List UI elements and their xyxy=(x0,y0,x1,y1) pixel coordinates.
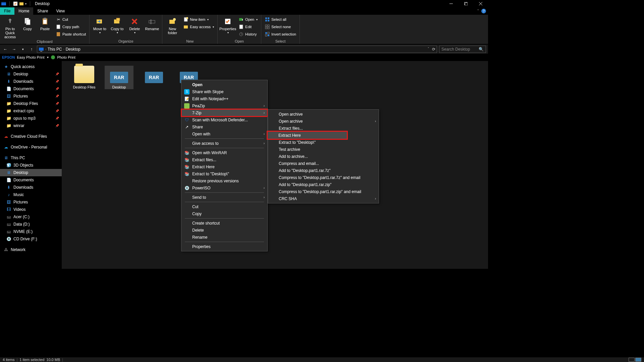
sidebar-item-documents[interactable]: 📄Documents📌 xyxy=(0,85,62,93)
ribbon-collapse-icon[interactable]: ˆ xyxy=(478,9,479,13)
sidebar-item-winrar[interactable]: 📁winrar📌 xyxy=(0,122,62,129)
maximize-button[interactable] xyxy=(459,0,473,7)
sidebar-item-acer-c[interactable]: 🖴Acer (C:) xyxy=(0,213,62,221)
back-button[interactable]: ← xyxy=(2,47,9,52)
pasteshortcut-button[interactable]: Paste shortcut xyxy=(54,31,87,38)
sidebar-item-desktop[interactable]: 🖥Desktop📌 xyxy=(0,70,62,78)
ctx-rename[interactable]: Rename xyxy=(181,234,267,241)
sidebar-item-desktopfiles[interactable]: 📁Desktop FIles📌 xyxy=(0,100,62,107)
paste-button[interactable]: Paste xyxy=(37,15,53,31)
epson-dropdown-icon[interactable]: ▼ xyxy=(46,56,49,59)
file-item-folder[interactable]: Desktop FIles xyxy=(70,66,99,89)
ctx-share[interactable]: ↗Share xyxy=(181,123,267,130)
sidebar-item-3dobjects[interactable]: 🧊3D Objects xyxy=(0,162,62,169)
sidebar-network[interactable]: 🖧Network xyxy=(0,246,62,253)
sidebar-quickaccess[interactable]: ★Quick access xyxy=(0,63,62,70)
ctx-restore[interactable]: Restore previous versions xyxy=(181,177,267,184)
ctx-createshortcut[interactable]: Create shortcut xyxy=(181,220,267,227)
ctx-cut[interactable]: Cut xyxy=(181,203,267,210)
help-icon[interactable]: ? xyxy=(481,9,486,13)
recent-dropdown[interactable]: ▾ xyxy=(19,48,26,51)
sidebar-item-downloads[interactable]: ⬇Downloads📌 xyxy=(0,78,62,85)
ctx-notepad[interactable]: 📝Edit with Notepad++ xyxy=(181,95,267,102)
ctx-openwith[interactable]: Open with› xyxy=(181,130,267,137)
ctx-extractto[interactable]: 📚Extract to "Desktop\" xyxy=(181,170,267,177)
sidebar-item-opusmp3[interactable]: 📁opus to mp3📌 xyxy=(0,115,62,122)
sub-test[interactable]: Test archive xyxy=(268,146,379,153)
sidebar-item-downloads-pc[interactable]: ⬇Downloads xyxy=(0,184,62,191)
sub-crc[interactable]: CRC SHA› xyxy=(268,195,379,202)
sidebar-item-extractcpio[interactable]: 📁extract cpio📌 xyxy=(0,107,62,115)
sidebar-item-videos[interactable]: 🎞Videos xyxy=(0,206,62,213)
sub-compress-7z[interactable]: Compress to "Desktop.part1.rar.7z" and e… xyxy=(268,174,379,181)
tab-view[interactable]: View xyxy=(52,7,69,15)
pin-quickaccess-button[interactable]: Pin to Quick access xyxy=(2,15,18,39)
sidebar-item-cddrive-f[interactable]: 💿CD Drive (F:) xyxy=(0,235,62,243)
sidebar-item-data-d[interactable]: 🖴Data (D:) xyxy=(0,221,62,228)
sidebar-item-pictures-pc[interactable]: 🖼Pictures xyxy=(0,198,62,206)
newfolder-button[interactable]: New folder xyxy=(164,15,180,35)
qat-newfolder-icon[interactable] xyxy=(19,1,24,6)
invertselection-button[interactable]: Invert selection xyxy=(263,31,298,38)
easyaccess-button[interactable]: Easy access▾ xyxy=(182,23,215,30)
rename-button[interactable]: Rename xyxy=(144,15,160,31)
delete-button[interactable]: Delete▾ xyxy=(126,15,143,35)
sidebar-item-documents-pc[interactable]: 📄Documents xyxy=(0,176,62,184)
ctx-poweriso[interactable]: 💿PowerISO› xyxy=(181,184,267,191)
minimize-button[interactable] xyxy=(444,0,459,7)
properties-button[interactable]: Properties▾ xyxy=(220,15,236,35)
sub-add-zip[interactable]: Add to "Desktop.part1.rar.zip" xyxy=(268,181,379,188)
ctx-extracthere[interactable]: 📚Extract Here xyxy=(181,163,267,170)
tab-home[interactable]: Home xyxy=(14,7,33,15)
breadcrumb-leaf[interactable]: Desktop xyxy=(66,47,80,52)
up-button[interactable]: ↑ xyxy=(28,47,35,52)
search-box[interactable]: Search Desktop 🔍 xyxy=(439,46,486,53)
sub-openarchive1[interactable]: Open archive xyxy=(268,111,379,118)
ctx-giveaccess[interactable]: Give access to› xyxy=(181,140,267,147)
ctx-7zip[interactable]: 7-Zip› xyxy=(181,109,267,116)
ctx-extractfiles[interactable]: 📚Extract files... xyxy=(181,156,267,163)
sub-extractfiles[interactable]: Extract files... xyxy=(268,125,379,132)
ctx-defender[interactable]: 🛡Scan with Microsoft Defender... xyxy=(181,116,267,123)
ctx-delete[interactable]: Delete xyxy=(181,227,267,234)
cut-button[interactable]: ✂Cut xyxy=(54,16,87,23)
moveto-button[interactable]: Move to▾ xyxy=(92,15,108,35)
newitem-button[interactable]: New item▾ xyxy=(182,16,215,23)
sidebar-thispc[interactable]: 🖥This PC xyxy=(0,154,62,162)
sidebar-creative[interactable]: ☁Creative Cloud Files xyxy=(0,133,62,140)
open-button[interactable]: Open▾ xyxy=(237,16,259,23)
ctx-peazip[interactable]: PeaZip› xyxy=(181,102,267,109)
close-button[interactable] xyxy=(473,0,488,7)
copy-button[interactable]: Copy xyxy=(19,15,36,31)
selectnone-button[interactable]: Select none xyxy=(263,23,298,30)
epson-photo-print[interactable]: Photo Print xyxy=(57,55,75,59)
ctx-open[interactable]: Open xyxy=(181,81,267,88)
ctx-winrar[interactable]: 📚Open with WinRAR xyxy=(181,149,267,156)
history-button[interactable]: History xyxy=(237,31,259,38)
sub-add-7z[interactable]: Add to "Desktop.part1.rar.7z" xyxy=(268,167,379,174)
address-dropdown-icon[interactable]: ˅ xyxy=(428,47,429,52)
address-bar[interactable]: › This PC › Desktop ˅ ⟳ xyxy=(37,46,437,53)
ctx-properties[interactable]: Properties xyxy=(181,243,267,250)
refresh-icon[interactable]: ⟳ xyxy=(432,47,435,52)
sidebar-item-desktop-pc[interactable]: 🖥Desktop xyxy=(0,169,62,176)
sub-add[interactable]: Add to archive... xyxy=(268,153,379,160)
sub-extractto[interactable]: Extract to "Desktop\" xyxy=(268,139,379,146)
ctx-copy[interactable]: Copy xyxy=(181,210,267,217)
sidebar-item-nvme-e[interactable]: 🖴NVME (E:) xyxy=(0,228,62,235)
tab-share[interactable]: Share xyxy=(33,7,52,15)
breadcrumb-root[interactable]: This PC xyxy=(48,47,62,52)
content-area[interactable]: Desktop FIles RAR Desktop RAR RAR Open S… xyxy=(62,61,488,269)
selectall-button[interactable]: Select all xyxy=(263,16,298,23)
sub-extracthere[interactable]: Extract Here xyxy=(268,132,347,139)
ctx-sendto[interactable]: Send to› xyxy=(181,194,267,201)
file-item-rar[interactable]: RAR xyxy=(140,66,168,89)
sidebar-item-pictures[interactable]: 🖼Pictures📌 xyxy=(0,93,62,100)
qat-dropdown-icon[interactable]: ▾ xyxy=(25,2,26,5)
copyto-button[interactable]: Copy to▾ xyxy=(109,15,125,35)
sidebar-onedrive[interactable]: ☁OneDrive - Personal xyxy=(0,143,62,151)
epson-easy-print[interactable]: Easy Photo Print xyxy=(17,55,45,59)
qat-properties-icon[interactable] xyxy=(13,1,18,6)
edit-button[interactable]: Edit xyxy=(237,23,259,30)
ctx-skype[interactable]: SShare with Skype xyxy=(181,88,267,95)
